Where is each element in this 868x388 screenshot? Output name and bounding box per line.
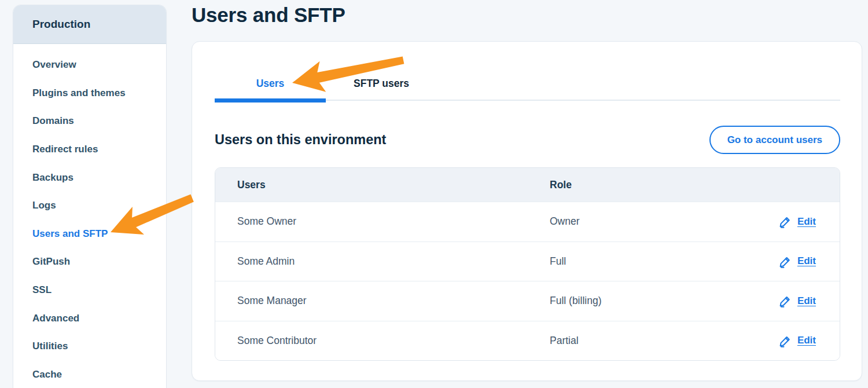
sidebar-item-plugins-and-themes[interactable]: Plugins and themes [13,79,166,108]
tab-sftp-users[interactable]: SFTP users [326,77,437,100]
go-to-account-users-button[interactable]: Go to account users [709,126,840,154]
table-row-some-manager: Some Manager Full (billing) Edit [215,281,840,321]
user-name: Some Owner [215,215,550,228]
pencil-edit-icon [779,215,792,228]
tab-users[interactable]: Users [215,77,326,100]
tab-bar: Users SFTP users [215,42,840,101]
pencil-edit-icon [779,294,792,308]
table-row-some-owner: Some Owner Owner Edit [215,202,840,241]
edit-label: Edit [797,216,816,228]
table-row-some-admin: Some Admin Full Edit [215,241,840,281]
section-header-row: Users on this environment Go to account … [215,126,840,154]
user-role: Full (billing) [550,295,707,307]
pencil-edit-icon [779,334,792,347]
environment-sidebar: Production Overview Plugins and themes D… [13,5,167,388]
page-title: Users and SFTP [192,3,345,27]
user-name: Some Admin [215,255,550,268]
sidebar-item-utilities[interactable]: Utilities [13,332,166,361]
edit-user-link[interactable]: Edit [779,294,816,308]
sidebar-item-logs[interactable]: Logs [13,192,166,220]
column-header-users: Users [215,179,550,191]
edit-user-link[interactable]: Edit [779,255,816,268]
section-heading: Users on this environment [215,132,386,148]
environment-name: Production [32,18,90,31]
users-and-sftp-card: Users SFTP users Users on this environme… [192,41,862,381]
edit-label: Edit [797,295,816,307]
sidebar-item-ssl[interactable]: SSL [13,276,166,305]
sidebar-nav: Overview Plugins and themes Domains Redi… [13,44,166,388]
user-role: Full [550,255,707,268]
users-table: Users Role Some Owner Owner Edit [215,167,840,361]
table-row-some-contributor: Some Contributor Partial Edit [215,321,840,361]
sidebar-item-backups[interactable]: Backups [13,163,166,192]
page: Production Overview Plugins and themes D… [0,0,868,388]
sidebar-item-gitpush[interactable]: GitPush [13,248,166,276]
sidebar-item-redirect-rules[interactable]: Redirect rules [13,136,166,164]
pencil-edit-icon [779,255,792,268]
edit-user-link[interactable]: Edit [779,334,816,347]
user-role: Owner [550,215,707,228]
table-header-row: Users Role [215,168,840,202]
sidebar-item-overview[interactable]: Overview [13,51,166,79]
sidebar-item-users-and-sftp[interactable]: Users and SFTP [13,220,166,248]
sidebar-item-advanced[interactable]: Advanced [13,304,166,332]
column-header-role: Role [550,179,707,191]
user-role: Partial [550,335,707,347]
environment-header: Production [13,5,166,44]
sidebar-item-domains[interactable]: Domains [13,107,166,136]
edit-label: Edit [797,335,816,346]
sidebar-item-cache[interactable]: Cache [13,361,166,388]
user-name: Some Manager [215,295,550,307]
edit-user-link[interactable]: Edit [779,215,816,228]
edit-label: Edit [797,255,816,267]
user-name: Some Contributor [215,335,550,347]
